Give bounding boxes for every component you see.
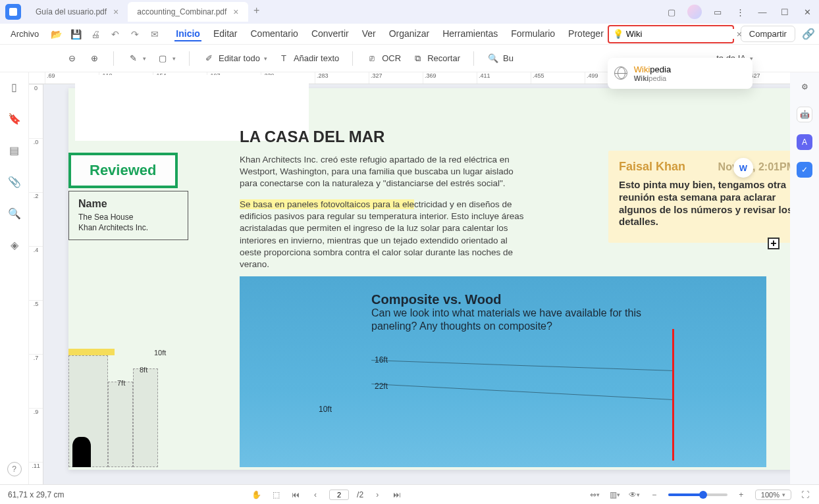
attachments-icon[interactable]: 📎 [8, 175, 21, 188]
ocr-button[interactable]: ⎚OCR [366, 53, 401, 64]
menu-editar[interactable]: Editar [212, 27, 239, 41]
canvas[interactable]: .69.110.154.197.239.283.327.369.411.455.… [29, 72, 790, 484]
document-page: LA CASA DEL MAR Khan Architects Inc. cre… [68, 88, 790, 470]
shape-button[interactable]: ▢▾ [157, 53, 176, 64]
edit-all-button[interactable]: ✐Editar todo▾ [203, 53, 267, 64]
menu-organizar[interactable]: Organizar [388, 27, 431, 41]
fullscreen-icon[interactable]: ⛶ [799, 489, 811, 501]
check-icon[interactable]: ✓ [797, 162, 812, 178]
zoom-out-icon[interactable]: − [648, 489, 660, 501]
bookmarks-icon[interactable]: 🔖 [8, 112, 21, 125]
note-expand-button[interactable]: + [768, 238, 779, 249]
page-total: /2 [357, 490, 363, 499]
menu-ver[interactable]: Ver [361, 27, 377, 41]
avatar[interactable] [687, 5, 702, 19]
menu-archivo[interactable]: Archivo [7, 26, 43, 41]
page-title: LA CASA DEL MAR [240, 128, 384, 146]
close-icon[interactable]: × [233, 7, 238, 17]
bp-dim: 22ft [375, 382, 388, 391]
layers-icon[interactable]: ◈ [8, 238, 21, 251]
chat-icon[interactable]: ▭ [711, 5, 724, 18]
read-mode-icon[interactable]: 👁▾ [629, 489, 641, 501]
fit-width-icon[interactable]: ⇔▾ [589, 489, 601, 501]
crop-button[interactable]: ⧉Recortar [411, 53, 460, 64]
blueprint-image: Composite vs. Wood Can we look into what… [240, 276, 766, 467]
zoom-in-icon[interactable]: + [735, 489, 747, 501]
search-icon[interactable]: 🔍 [8, 207, 21, 220]
dropdown-result-main: Wikipedia [634, 64, 671, 74]
name-box: Name The Sea HouseKhan Architects Inc. [68, 191, 188, 240]
link-icon[interactable]: 🔗 [802, 28, 815, 41]
app-icon[interactable]: ▢ [665, 5, 678, 18]
settings-icon[interactable]: ⚙ [797, 79, 812, 95]
menu-formulario[interactable]: Formulario [510, 27, 556, 41]
app-logo [5, 4, 21, 20]
help-icon[interactable]: ? [7, 462, 22, 476]
globe-icon [614, 66, 627, 80]
main: ▯ 🔖 ▤ 📎 🔍 ◈ ? .69.110.154.197.239.283.32… [0, 72, 819, 484]
zoom-in-button[interactable]: ⊕ [88, 53, 100, 64]
coordinates: 61,71 x 29,7 cm [8, 490, 64, 499]
search-tool-button[interactable]: 🔍Bu [487, 53, 514, 64]
maximize-icon[interactable]: ☐ [778, 5, 791, 18]
zoom-slider[interactable] [668, 493, 727, 496]
zoom-select[interactable]: 100%▾ [755, 490, 791, 500]
redo-icon[interactable]: ↷ [128, 28, 142, 41]
clear-icon[interactable]: × [737, 29, 742, 39]
add-text-button[interactable]: TAñadir texto [278, 53, 339, 64]
vertical-ruler: 0.0.2.4.5.7.9.11.13 [29, 84, 43, 484]
email-icon[interactable]: ✉ [148, 28, 161, 41]
zoom-out-button[interactable]: ⊖ [66, 53, 78, 64]
open-icon[interactable]: 📂 [49, 28, 63, 41]
ai-chat-icon[interactable]: 🤖 [797, 107, 812, 122]
person-silhouette [72, 437, 91, 467]
last-page-icon[interactable]: ⏭ [391, 489, 403, 501]
tab-label: Guía del usuario.pdf [36, 7, 107, 16]
word-badge-icon[interactable]: W [733, 158, 753, 178]
hand-tool-icon[interactable]: ✋ [250, 489, 262, 501]
search-dropdown[interactable]: Wikipedia Wikipedia [608, 58, 753, 89]
highlighter-button[interactable]: ✎▾ [127, 53, 146, 64]
elev-label: 7ft [117, 379, 125, 387]
note-author: Faisal Khan [619, 160, 685, 174]
first-page-icon[interactable]: ⏮ [290, 489, 302, 501]
tab-accounting[interactable]: accounting_Combinar.pdf × [128, 2, 248, 22]
quick-access-toolbar: 📂 💾 🖨 ↶ ↷ ✉ [49, 28, 161, 41]
save-icon[interactable]: 💾 [69, 28, 82, 41]
view-mode-icon[interactable]: ▥▾ [609, 489, 621, 501]
close-window-icon[interactable]: ✕ [801, 5, 814, 18]
undo-icon[interactable]: ↶ [109, 28, 122, 41]
page-input[interactable] [329, 490, 349, 500]
translate-icon[interactable]: A [797, 134, 812, 150]
note-date: Nov 16, 2:01PM [718, 161, 790, 173]
window-controls: ▢ ▭ ⋮ — ☐ ✕ [665, 5, 814, 19]
tab-guia[interactable]: Guía del usuario.pdf × [26, 2, 128, 22]
menubar: Archivo 📂 💾 🖨 ↶ ↷ ✉ Inicio Editar Coment… [0, 24, 819, 45]
add-tab-button[interactable]: + [248, 2, 265, 19]
next-page-icon[interactable]: › [371, 489, 383, 501]
sticky-note[interactable]: Faisal Khan Nov 16, 2:01PM Esto pinta mu… [608, 151, 790, 243]
menu-convertir[interactable]: Convertir [310, 27, 350, 41]
divider [189, 51, 190, 66]
blueprint-subtitle: Can we look into what materials we have … [371, 307, 674, 333]
minimize-icon[interactable]: — [756, 5, 769, 18]
menu-inicio[interactable]: Inicio [174, 27, 201, 41]
divider [352, 51, 353, 66]
divider [473, 51, 474, 66]
menu-comentario[interactable]: Comentario [250, 27, 300, 41]
share-button[interactable]: Compartir [741, 26, 795, 42]
select-tool-icon[interactable]: ⬚ [270, 489, 282, 501]
search-input[interactable] [626, 29, 737, 39]
close-icon[interactable]: × [113, 7, 119, 17]
divider [113, 51, 114, 66]
thumbnails-icon[interactable]: ▯ [8, 80, 21, 93]
document-tabs: Guía del usuario.pdf × accounting_Combin… [26, 2, 665, 22]
prev-page-icon[interactable]: ‹ [309, 489, 321, 501]
menu-proteger[interactable]: Proteger [567, 27, 605, 41]
menu-herramientas[interactable]: Herramientas [441, 27, 499, 41]
left-rail: ▯ 🔖 ▤ 📎 🔍 ◈ ? [0, 72, 29, 484]
print-icon[interactable]: 🖨 [89, 28, 102, 41]
search-box[interactable]: 💡 × [608, 25, 734, 43]
comments-icon[interactable]: ▤ [8, 143, 21, 157]
more-icon[interactable]: ⋮ [733, 5, 747, 18]
